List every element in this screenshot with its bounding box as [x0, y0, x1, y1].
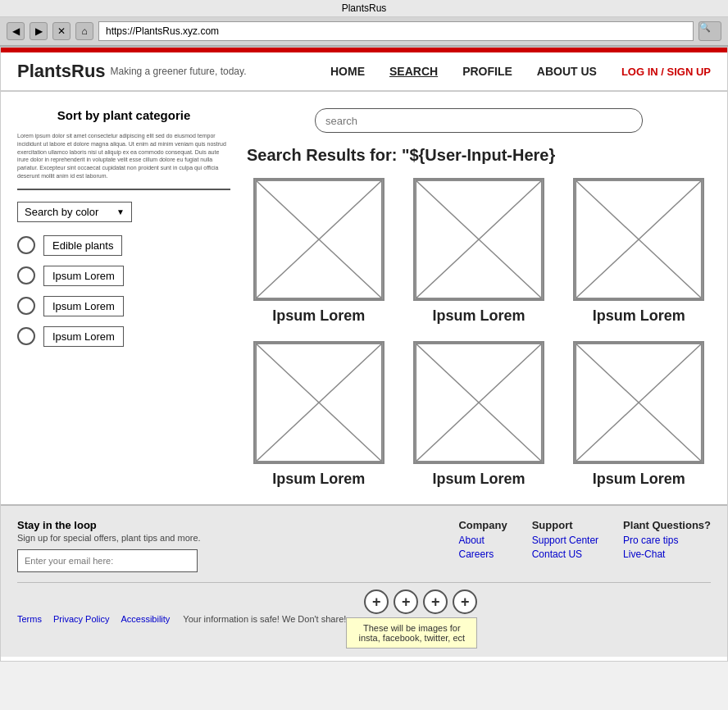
results-grid: Ipsum Lorem Ipsum Lorem: [247, 178, 711, 488]
footer-links: Terms Privacy Policy Accessibility: [17, 614, 170, 624]
footer-livechat-link[interactable]: Live-Chat: [623, 548, 711, 560]
color-search-label: Search by color: [25, 206, 98, 218]
result-image-3[interactable]: [253, 341, 384, 464]
result-item-4: Ipsum Lorem: [407, 341, 550, 488]
result-image-2[interactable]: [573, 178, 704, 301]
social-tooltip: These will be images for insta, facebook…: [346, 617, 477, 649]
category-item-0: Edible plants: [17, 235, 230, 256]
result-item-0: Ipsum Lorem: [247, 178, 390, 325]
footer-bottom: Terms Privacy Policy Accessibility Your …: [17, 582, 711, 649]
category-label-2[interactable]: Ipsum Lorem: [43, 296, 124, 316]
page-wrapper: PlantsRus Making a greener future, today…: [0, 47, 728, 662]
results-heading: Search Results for: "${User-Input-Here}: [247, 146, 711, 165]
home-button[interactable]: ⌂: [75, 22, 93, 40]
site-header: PlantsRus Making a greener future, today…: [1, 52, 727, 92]
footer-col-support: Support Support Center Contact US: [532, 519, 598, 572]
nav-search[interactable]: SEARCH: [389, 65, 438, 78]
sidebar-title: Sort by plant categorie: [17, 108, 230, 122]
search-input[interactable]: [315, 108, 643, 133]
social-tooltip-wrapper: + + + + These will be images for insta, …: [346, 589, 477, 649]
main-results: Search Results for: "${User-Input-Here} …: [247, 108, 711, 488]
browser-toolbar: ◀ ▶ ✕ ⌂ 🔍: [0, 17, 728, 47]
social-icon-3[interactable]: +: [423, 589, 448, 614]
result-image-5[interactable]: [573, 341, 704, 464]
main-nav: HOME SEARCH PROFILE ABOUT US: [330, 65, 597, 78]
result-label-0: Ipsum Lorem: [272, 307, 365, 325]
footer-plant-questions-title: Plant Questions?: [623, 519, 711, 531]
footer-email-input[interactable]: [17, 549, 198, 572]
result-label-3: Ipsum Lorem: [272, 471, 365, 488]
footer-safe-text: Your information is safe! We Don't share…: [183, 614, 346, 624]
result-label-5: Ipsum Lorem: [593, 471, 685, 488]
footer-contact-link[interactable]: Contact US: [532, 548, 598, 560]
footer-stay-label: Stay in the loop: [17, 519, 442, 531]
login-button[interactable]: LOG IN / SIGN UP: [621, 66, 711, 78]
footer-col-company: Company About Careers: [458, 519, 507, 572]
footer-columns: Company About Careers Support Support Ce…: [458, 519, 711, 572]
footer-signup-text: Sign up for special offers, plant tips a…: [17, 533, 442, 543]
result-item-1: Ipsum Lorem: [407, 178, 550, 325]
category-item-1: Ipsum Lorem: [17, 266, 230, 286]
browser-title: PlantsRus: [342, 2, 387, 14]
social-icon-2[interactable]: +: [394, 589, 418, 614]
site-footer: Stay in the loop Sign up for special off…: [1, 504, 727, 657]
category-label-3[interactable]: Ipsum Lorem: [43, 326, 124, 347]
radio-edible-plants[interactable]: [17, 236, 35, 254]
nav-home[interactable]: HOME: [330, 65, 365, 78]
footer-left: Stay in the loop Sign up for special off…: [17, 519, 442, 572]
back-button[interactable]: ◀: [7, 22, 25, 40]
social-icon-4[interactable]: +: [453, 589, 477, 614]
result-label-2: Ipsum Lorem: [593, 307, 685, 325]
footer-terms-link[interactable]: Terms: [17, 614, 42, 624]
footer-support-title: Support: [532, 519, 598, 531]
search-bar-wrapper: [247, 108, 711, 133]
category-item-2: Ipsum Lorem: [17, 296, 230, 316]
result-image-4[interactable]: [413, 341, 544, 464]
radio-ipsum-3[interactable]: [17, 327, 35, 345]
result-label-4: Ipsum Lorem: [432, 471, 525, 488]
sidebar-lorem-text: Lorem ipsum dolor sit amet consectetur a…: [17, 132, 230, 180]
footer-company-title: Company: [458, 519, 507, 531]
result-item-5: Ipsum Lorem: [567, 341, 711, 488]
footer-accessibility-link[interactable]: Accessibility: [121, 614, 170, 624]
footer-privacy-link[interactable]: Privacy Policy: [53, 614, 109, 624]
result-item-3: Ipsum Lorem: [247, 341, 390, 488]
radio-ipsum-1[interactable]: [17, 266, 35, 284]
address-bar[interactable]: [98, 21, 694, 41]
footer-social-icons: + + + +: [364, 589, 477, 614]
footer-pro-care-link[interactable]: Pro care tips: [623, 535, 711, 546]
result-label-1: Ipsum Lorem: [432, 307, 525, 325]
browser-search-button[interactable]: 🔍: [698, 21, 721, 41]
category-label-edible[interactable]: Edible plants: [43, 235, 122, 256]
site-logo: PlantsRus: [17, 61, 106, 82]
footer-careers-link[interactable]: Careers: [458, 548, 507, 560]
footer-about-link[interactable]: About: [458, 535, 507, 546]
sidebar-divider: [17, 189, 230, 190]
site-tagline: Making a greener future, today.: [111, 66, 247, 77]
sidebar: Sort by plant categorie Lorem ipsum dolo…: [17, 108, 230, 488]
social-icon-1[interactable]: +: [364, 589, 389, 614]
nav-about[interactable]: ABOUT US: [537, 65, 597, 78]
dropdown-arrow-icon: ▼: [116, 207, 125, 216]
close-button[interactable]: ✕: [52, 22, 71, 40]
browser-title-bar: PlantsRus: [0, 0, 728, 17]
color-search-dropdown[interactable]: Search by color ▼: [17, 202, 132, 222]
footer-col-plant-questions: Plant Questions? Pro care tips Live-Chat: [623, 519, 711, 572]
result-item-2: Ipsum Lorem: [567, 178, 711, 325]
forward-button[interactable]: ▶: [30, 22, 48, 40]
category-item-3: Ipsum Lorem: [17, 326, 230, 347]
result-image-0[interactable]: [253, 178, 384, 301]
radio-ipsum-2[interactable]: [17, 297, 35, 315]
result-image-1[interactable]: [413, 178, 544, 301]
footer-top: Stay in the loop Sign up for special off…: [17, 519, 711, 572]
footer-support-center-link[interactable]: Support Center: [532, 535, 598, 546]
nav-profile[interactable]: PROFILE: [462, 65, 512, 78]
content-area: Sort by plant categorie Lorem ipsum dolo…: [1, 92, 727, 504]
category-label-1[interactable]: Ipsum Lorem: [43, 266, 124, 286]
